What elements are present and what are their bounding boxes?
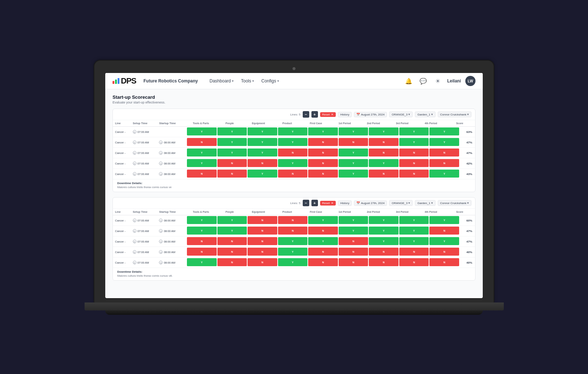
reset-button-1[interactable]: Reset ✕ xyxy=(320,112,336,117)
col-setup-header: Setup Time xyxy=(133,122,157,125)
bell-icon[interactable]: 🔔 xyxy=(404,76,414,86)
score-cell: Y xyxy=(399,227,429,235)
score-cell: N xyxy=(308,258,338,266)
history-button-1[interactable]: History xyxy=(338,112,352,117)
date-filter-1[interactable]: 📅 August 27th, 2024 xyxy=(354,112,387,117)
orange-filter-2[interactable]: ORANGE_3 ▾ xyxy=(389,200,413,206)
logo-text: DPS xyxy=(121,76,136,86)
gh-people: People xyxy=(216,122,244,125)
lines-decrease-button-1[interactable]: − xyxy=(303,111,309,118)
header-grid-area: Tools & Parts People Equipment Product F… xyxy=(185,122,475,125)
score-pct: 60% xyxy=(461,219,475,222)
table-row: Cancer - ⊙07:00 AM ⊙08:00 AM N N xyxy=(113,169,475,179)
lines-label-2: Lines: 5 xyxy=(290,202,301,205)
setup-cell: ⊙07:00 AM xyxy=(133,172,157,176)
score-cell: N xyxy=(278,149,308,156)
nav-tools-label: Tools xyxy=(241,78,251,84)
header-right: 🔔 💬 ☀ Leilani LW xyxy=(404,76,475,86)
clock-icon: ⊙ xyxy=(159,219,163,222)
score-cell: Y xyxy=(278,159,308,167)
date-filter-2[interactable]: 📅 August 27th, 2024 xyxy=(354,200,387,206)
gh-1st: 1st Period xyxy=(331,122,359,125)
table-header-1: Line Setup Time Startup Time Tools & Par… xyxy=(113,120,475,127)
score-cell: N xyxy=(308,149,338,156)
laptop-base xyxy=(85,302,504,310)
left-cols: Cancer - ⊙07:00 AM ⊙08:00 AM xyxy=(113,171,185,177)
theme-icon[interactable]: ☀ xyxy=(433,76,443,86)
table-row: Cancer - ⊙07:00 AM ⊙08:00 AM Y Y xyxy=(113,226,475,236)
lines-label-1: Lines: 5 xyxy=(290,113,301,116)
startup-cell: ⊙08:00 AM xyxy=(159,162,183,165)
gh-4th: 4th Period xyxy=(417,122,445,125)
score-cell: N xyxy=(308,138,338,146)
startup-cell: ⊙08:00 AM xyxy=(159,172,183,176)
score-cell: N xyxy=(339,258,368,266)
table-row: Cancer - ⊙07:00 AM ⊙08:00 AM Y Y xyxy=(113,215,475,226)
score-cell: Y xyxy=(308,237,338,245)
col-line-header: Line xyxy=(115,122,131,125)
history-button-2[interactable]: History xyxy=(338,200,352,206)
score-cell: N xyxy=(217,237,247,245)
score-cell: Y xyxy=(248,170,277,178)
score-cell: N xyxy=(308,170,338,178)
startup-cell: ⊙08:00 AM xyxy=(159,141,183,144)
chat-icon[interactable]: 💬 xyxy=(418,76,428,86)
score-cell: N xyxy=(187,248,217,256)
setup-cell: ⊙07:00 AM xyxy=(133,141,157,144)
lines-increase-button-1[interactable]: + xyxy=(311,111,318,118)
header-left-cols: Line Setup Time Startup Time xyxy=(113,122,185,125)
nav-dashboard[interactable]: Dashboard ▾ xyxy=(207,77,237,85)
grid-area: N N Y N N Y N N Y xyxy=(185,169,461,179)
score-cell: Y xyxy=(187,127,217,135)
logo-bar-red xyxy=(113,81,114,84)
chevron-down-icon: ▾ xyxy=(408,201,410,205)
setup-cell: ⊙07:00 AM xyxy=(133,151,157,155)
garden-filter-1[interactable]: Garden_1 ▾ xyxy=(415,111,436,117)
orange-filter-1[interactable]: ORANGE_3 ▾ xyxy=(389,111,413,117)
score-cell: Y xyxy=(339,216,368,224)
header-grid-area-2: Tools & Parts People Equipment Product F… xyxy=(185,211,475,213)
gh2-3rd: 3rd Period xyxy=(388,211,416,213)
user-avatar[interactable]: LW xyxy=(465,76,475,86)
score-cell: Y xyxy=(187,227,217,235)
score-cell: Y xyxy=(187,159,217,167)
clock-icon: ⊙ xyxy=(159,250,163,254)
score-cell: Y xyxy=(217,227,247,235)
clock-icon: ⊙ xyxy=(159,141,163,144)
nav-configs[interactable]: Configs ▾ xyxy=(258,77,282,85)
score-cell: N xyxy=(248,216,277,224)
downtime-section-1: Downtime Details: Maiores cultura tristi… xyxy=(113,179,475,192)
logo-area: DPS xyxy=(113,76,136,86)
score-pct: 47% xyxy=(461,240,475,243)
score-cell: Y xyxy=(399,138,429,146)
left-cols: Cancer - ⊙07:00 AM ⊙08:00 AM xyxy=(113,160,185,166)
score-pct: 63% xyxy=(461,130,475,134)
score-cell: N xyxy=(429,258,459,266)
lines-decrease-button-2[interactable]: − xyxy=(303,200,309,206)
score-cell: N xyxy=(429,248,459,256)
nav-menu: Dashboard ▾ Tools ▾ Configs ▾ xyxy=(207,77,404,85)
startup-cell: ⊙08:00 AM xyxy=(159,151,183,155)
user-filter-1[interactable]: Connor Cruickshank ▾ xyxy=(438,111,471,117)
col-startup-header-2: Startup Time xyxy=(159,210,183,214)
chevron-down-icon: ▾ xyxy=(252,79,254,83)
startup-cell: ⊙08:00 AM xyxy=(159,219,183,222)
logo-bar-green xyxy=(115,80,117,84)
score-cell: N xyxy=(339,248,368,256)
garden-filter-2[interactable]: Garden_1 ▾ xyxy=(415,200,436,206)
gh-equipment: Equipment xyxy=(244,122,272,125)
score-cell: Y xyxy=(429,216,459,224)
reset-button-2[interactable]: Reset ✕ xyxy=(320,201,336,206)
logo-icon xyxy=(113,78,119,84)
score-cell: Y xyxy=(187,258,217,266)
score-cell: N xyxy=(399,159,429,167)
score-cell: N xyxy=(369,248,399,256)
score-pct: 42% xyxy=(461,162,475,165)
line-cell: Cancer - xyxy=(115,219,131,222)
score-cell: Y xyxy=(429,237,459,245)
user-filter-2[interactable]: Connor Cruickshank ▾ xyxy=(438,200,471,206)
score-cell: Y xyxy=(308,216,338,224)
downtime-title-1: Downtime Details: xyxy=(117,182,471,185)
lines-increase-button-2[interactable]: + xyxy=(311,200,318,206)
nav-tools[interactable]: Tools ▾ xyxy=(238,77,257,85)
